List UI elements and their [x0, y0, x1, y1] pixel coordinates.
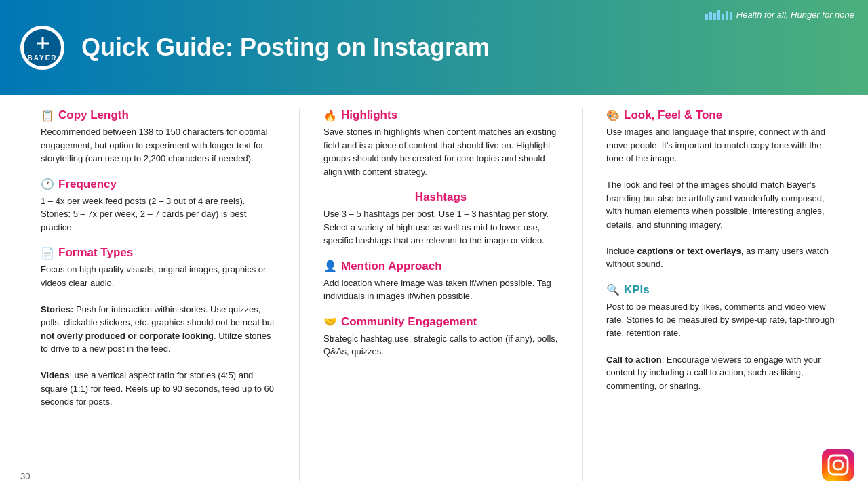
tagline-bars-icon [705, 10, 732, 20]
hashtags-title: Hashtags [323, 190, 558, 204]
community-engagement-icon: 🤝 [323, 315, 337, 328]
kpis-title: 🔍 KPIs [606, 283, 841, 297]
mention-approach-icon: 👤 [323, 260, 337, 272]
format-types-title: 📄 Format Types [41, 246, 275, 260]
frequency-body: 1 – 4x per week feed posts (2 – 3 out of… [41, 195, 275, 235]
section-kpis: 🔍 KPIs Post to be measured by likes, com… [606, 283, 841, 393]
section-hashtags: Hashtags Use 3 – 5 hashtags per post. Us… [323, 190, 558, 247]
column-2: 🔥 Highlights Save stories in highlights … [323, 108, 558, 481]
instagram-icon [822, 449, 854, 481]
svg-rect-0 [822, 449, 854, 481]
format-types-body: Focus on high quality visuals, original … [41, 263, 275, 409]
section-frequency: 🕐 Frequency 1 – 4x per week feed posts (… [41, 178, 275, 235]
bayer-text: BAYER [27, 54, 57, 62]
bayer-logo: BAYER [20, 26, 64, 70]
section-highlights: 🔥 Highlights Save stories in highlights … [323, 108, 558, 178]
divider-2 [582, 108, 583, 481]
header: BAYER Quick Guide: Posting on Instagram … [0, 0, 868, 95]
page-title: Quick Guide: Posting on Instagram [81, 33, 490, 62]
divider-1 [299, 108, 300, 481]
highlights-icon: 🔥 [323, 109, 337, 122]
section-mention-approach: 👤 Mention Approach Add location where im… [323, 260, 558, 303]
tagline-text: Health for all, Hunger for none [736, 9, 854, 20]
copy-length-body: Recommended between 138 to 150 character… [41, 125, 275, 165]
copy-length-icon: 📋 [41, 109, 54, 122]
section-format-types: 📄 Format Types Focus on high quality vis… [41, 246, 275, 409]
main-content: 📋 Copy Length Recommended between 138 to… [0, 95, 868, 488]
column-3: 🎨 Look, Feel & Tone Use images and langu… [606, 108, 841, 481]
mention-approach-body: Add location where image was taken if/wh… [323, 277, 558, 303]
look-feel-tone-body: Use images and language that inspire, co… [606, 125, 841, 271]
copy-length-title: 📋 Copy Length [41, 108, 275, 122]
community-engagement-title: 🤝 Community Engagement [323, 315, 558, 329]
community-engagement-body: Strategic hashtag use, strategic calls t… [323, 332, 558, 359]
hashtags-body: Use 3 – 5 hashtags per post. Use 1 – 3 h… [323, 207, 558, 247]
tagline: Health for all, Hunger for none [705, 9, 854, 20]
frequency-title: 🕐 Frequency [41, 178, 275, 191]
kpis-body: Post to be measured by likes, comments a… [606, 300, 841, 393]
cross-icon [33, 34, 52, 53]
column-1: 📋 Copy Length Recommended between 138 to… [41, 108, 275, 481]
frequency-icon: 🕐 [41, 178, 54, 190]
section-copy-length: 📋 Copy Length Recommended between 138 to… [41, 108, 275, 165]
highlights-body: Save stories in highlights when content … [323, 125, 558, 178]
look-feel-tone-icon: 🎨 [606, 109, 620, 122]
highlights-title: 🔥 Highlights [323, 108, 558, 122]
kpis-icon: 🔍 [606, 283, 620, 296]
format-types-icon: 📄 [41, 247, 54, 260]
section-community-engagement: 🤝 Community Engagement Strategic hashtag… [323, 315, 558, 359]
section-look-feel-tone: 🎨 Look, Feel & Tone Use images and langu… [606, 108, 841, 271]
look-feel-tone-title: 🎨 Look, Feel & Tone [606, 108, 841, 122]
mention-approach-title: 👤 Mention Approach [323, 260, 558, 273]
svg-point-3 [844, 456, 847, 459]
page-number: 30 [20, 471, 30, 481]
